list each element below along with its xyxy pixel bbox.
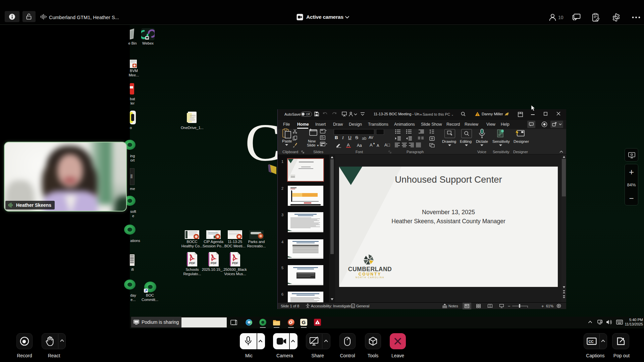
- svg-text:PDF: PDF: [211, 261, 217, 265]
- svg-text:PDF: PDF: [232, 261, 238, 265]
- svg-text:G: G: [352, 305, 354, 307]
- svg-text:PDF: PDF: [189, 261, 196, 265]
- svg-text:CC: CC: [589, 340, 594, 344]
- svg-text:G: G: [302, 319, 306, 325]
